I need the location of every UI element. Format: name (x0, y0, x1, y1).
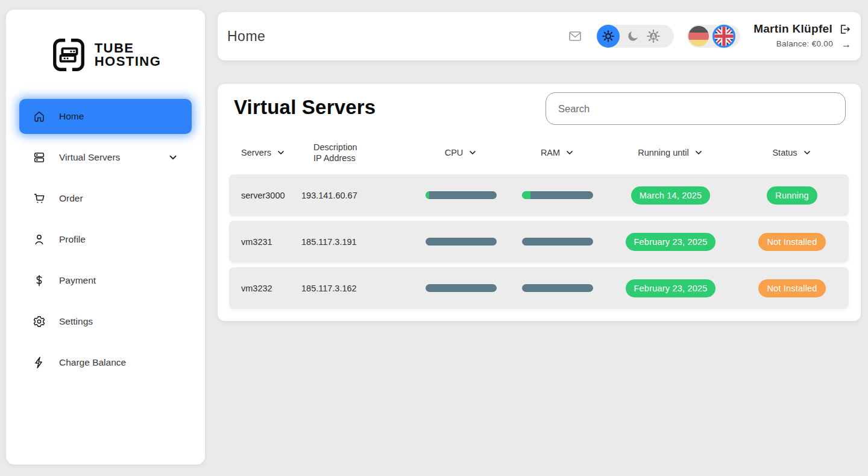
sidebar-item-virtual-servers[interactable]: Virtual Servers (19, 140, 192, 175)
ram-usage-bar (522, 238, 593, 246)
sidebar-nav: Home Virtual Servers Order Profile Payme… (6, 99, 205, 380)
home-icon (33, 110, 46, 123)
server-ip: 185.117.3.191 (301, 237, 413, 247)
column-header-servers[interactable]: Servers (229, 148, 301, 157)
user-name: Martin Klüpfel (753, 22, 832, 36)
cart-icon (33, 192, 46, 205)
gear-icon (33, 315, 46, 328)
table-row[interactable]: server3000 193.141.60.67 March 14, 2025 … (229, 174, 849, 216)
column-header-running-until[interactable]: Running until (606, 148, 735, 157)
sun-icon (602, 30, 615, 43)
user-block: Martin Klüpfel Balance: €0.00 → (753, 22, 851, 51)
brand-line2: HOSTING (95, 55, 162, 68)
status-badge: Running (767, 186, 817, 205)
tube-hosting-logo-icon (50, 36, 87, 74)
page-title: Home (227, 28, 265, 45)
cpu-usage-bar (426, 191, 497, 199)
sidebar-item-label: Settings (59, 316, 93, 327)
sidebar-item-label: Profile (59, 234, 86, 245)
sidebar-item-order[interactable]: Order (19, 181, 192, 216)
person-icon (33, 233, 46, 246)
ram-usage-bar (522, 284, 593, 292)
server-name: vm3231 (229, 237, 301, 247)
theme-auto-button[interactable] (646, 29, 661, 43)
uk-flag-icon (714, 27, 734, 46)
auto-theme-icon (646, 29, 661, 43)
english-flag-button[interactable] (712, 25, 735, 48)
sidebar-item-label: Home (59, 111, 84, 122)
server-ip: 185.117.3.162 (301, 284, 413, 293)
status-badge: Not Installed (758, 233, 825, 251)
server-ip: 193.141.60.67 (301, 191, 413, 200)
sidebar-item-payment[interactable]: Payment (19, 263, 192, 298)
table-row[interactable]: vm3231 185.117.3.191 February 23, 2025 N… (229, 221, 849, 262)
table-header: Servers Description IP Address CPU RAM R… (229, 142, 849, 163)
running-until-badge: February 23, 2025 (626, 233, 716, 251)
cpu-usage-bar (426, 284, 497, 292)
brand-wordmark: TUBE HOSTING (95, 42, 162, 68)
chevron-down-icon[interactable] (168, 152, 178, 163)
sidebar-item-settings[interactable]: Settings (19, 304, 192, 339)
cpu-usage-bar (426, 238, 497, 246)
sidebar-item-label: Order (59, 193, 83, 204)
sidebar-item-label: Payment (59, 275, 96, 286)
running-until-badge: March 14, 2025 (631, 186, 711, 205)
sort-chevron-icon[interactable] (694, 148, 703, 157)
sidebar-item-label: Virtual Servers (59, 152, 120, 163)
column-header-status[interactable]: Status (735, 148, 849, 157)
bolt-icon (33, 356, 46, 369)
topbar-actions: Martin Klüpfel Balance: €0.00 → (567, 22, 851, 51)
logout-icon[interactable] (838, 23, 851, 36)
theme-toggle (597, 25, 674, 48)
sidebar-item-label: Charge Balance (59, 357, 126, 368)
moon-icon (626, 30, 640, 43)
sidebar-item-charge-balance[interactable]: Charge Balance (19, 345, 192, 380)
sidebar: TUBE HOSTING Home Virtual Servers Order … (6, 10, 205, 465)
running-until-badge: February 23, 2025 (626, 279, 716, 297)
german-flag-button[interactable] (688, 26, 709, 46)
language-switcher (687, 25, 740, 48)
theme-light-button[interactable] (597, 25, 620, 48)
virtual-servers-panel: Virtual Servers Servers Description IP A… (218, 84, 861, 321)
balance-arrow[interactable]: → (841, 39, 851, 51)
server-rows: server3000 193.141.60.67 March 14, 2025 … (229, 174, 849, 314)
server-name: vm3232 (229, 284, 301, 293)
ram-usage-bar (522, 191, 593, 199)
status-badge: Not Installed (758, 279, 825, 297)
sort-chevron-icon[interactable] (276, 148, 286, 157)
column-header-ram[interactable]: RAM (509, 148, 606, 157)
column-header-description-ip: Description IP Address (301, 142, 413, 163)
brand-line1: TUBE (95, 42, 162, 55)
table-row[interactable]: vm3232 185.117.3.162 February 23, 2025 N… (229, 267, 849, 309)
mail-icon[interactable] (567, 29, 583, 43)
dollar-icon (33, 274, 46, 287)
sidebar-item-home[interactable]: Home (19, 99, 192, 134)
server-name: server3000 (229, 191, 301, 200)
sidebar-item-profile[interactable]: Profile (19, 222, 192, 257)
brand-logo: TUBE HOSTING (6, 36, 205, 74)
sort-chevron-icon[interactable] (802, 148, 812, 157)
search-input[interactable] (546, 92, 846, 125)
balance-label: Balance: €0.00 (776, 39, 833, 49)
top-bar: Home (218, 12, 861, 60)
sort-chevron-icon[interactable] (565, 148, 574, 157)
sort-chevron-icon[interactable] (468, 148, 477, 157)
section-title: Virtual Servers (234, 96, 376, 119)
column-header-cpu[interactable]: CPU (413, 148, 509, 157)
servers-icon (33, 151, 46, 164)
theme-dark-button[interactable] (626, 29, 640, 43)
